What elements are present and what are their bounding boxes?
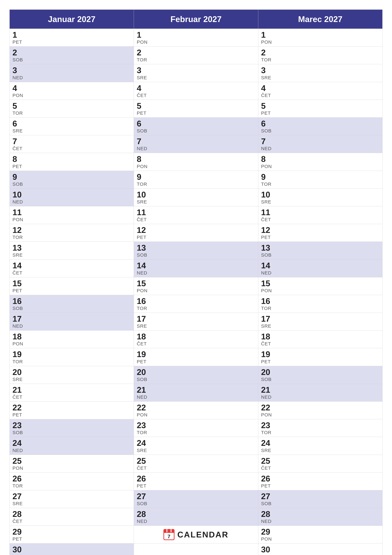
day-number-m1-r14: 15 xyxy=(137,279,255,288)
day-name-m2-r3: ČET xyxy=(261,93,379,98)
day-number-m0-r8: 9 xyxy=(13,172,131,182)
logo-area: 7 CALENDAR xyxy=(164,529,228,540)
day-name-m0-r2: NED xyxy=(13,75,131,80)
day-number-m1-r23: 24 xyxy=(137,438,255,448)
day-number-m2-r15: 16 xyxy=(261,297,379,306)
day-name-m0-r5: SRE xyxy=(13,128,131,133)
day-number-m1-r10: 11 xyxy=(137,208,255,217)
day-cell-m2-r8: 9TOR xyxy=(258,171,383,189)
day-number-m2-r21: 22 xyxy=(261,403,379,412)
day-number-m0-r20: 21 xyxy=(13,385,131,394)
day-number-m0-r11: 12 xyxy=(13,226,131,235)
day-number-m0-r13: 14 xyxy=(13,261,131,270)
day-cell-m0-r3: 4PON xyxy=(10,82,134,100)
day-name-m0-r23: NED xyxy=(13,448,131,453)
day-number-m2-r9: 10 xyxy=(261,190,379,199)
day-name-m2-r21: PON xyxy=(261,412,379,417)
day-name-m1-r14: PON xyxy=(137,288,255,293)
day-number-m2-r6: 7 xyxy=(261,137,379,146)
day-name-m2-r24: ČET xyxy=(261,466,379,471)
day-number-m1-r13: 14 xyxy=(137,261,255,270)
day-cell-m0-r9: 10NED xyxy=(10,189,134,206)
day-number-m1-r22: 23 xyxy=(137,421,255,430)
day-name-m0-r15: SOB xyxy=(13,306,131,311)
day-number-m2-r14: 15 xyxy=(261,279,379,288)
logo-text: CALENDAR xyxy=(177,530,228,539)
day-number-m1-r7: 8 xyxy=(137,154,255,164)
month-header-2: Marec 2027 xyxy=(258,10,383,29)
day-name-m2-r26: SOB xyxy=(261,501,379,506)
day-name-m0-r20: ČET xyxy=(13,394,131,400)
day-name-m0-r27: ČET xyxy=(13,518,131,524)
day-name-m1-r8: TOR xyxy=(137,182,255,187)
day-number-m2-r13: 14 xyxy=(261,261,379,270)
day-number-m0-r19: 20 xyxy=(13,368,131,377)
day-cell-m1-r3: 4ČET xyxy=(134,82,258,100)
day-number-m0-r4: 5 xyxy=(13,102,131,110)
day-cell-m0-r17: 18PON xyxy=(10,330,134,348)
day-cell-m0-r29: 30SOB xyxy=(10,543,134,555)
day-cell-m0-r25: 26TOR xyxy=(10,473,134,490)
day-cell-m2-r29: 30TOR xyxy=(258,543,383,555)
day-cell-m1-r17: 18ČET xyxy=(134,330,258,348)
day-cell-m2-r26: 27SOB xyxy=(258,490,383,508)
day-name-m2-r23: SRE xyxy=(261,448,379,453)
day-number-m0-r25: 26 xyxy=(13,474,131,483)
day-cell-m0-r18: 19TOR xyxy=(10,348,134,366)
day-name-m2-r9: SRE xyxy=(261,199,379,204)
day-number-m2-r11: 12 xyxy=(261,226,379,235)
day-name-m1-r25: PET xyxy=(137,483,255,489)
day-name-m0-r26: SRE xyxy=(13,501,131,506)
day-name-m0-r17: PON xyxy=(13,341,131,346)
day-cell-m1-r18: 19PET xyxy=(134,348,258,366)
calendar-grid: Januar 2027Februar 2027Marec 20271PET1PO… xyxy=(9,9,383,555)
day-cell-m0-r23: 24NED xyxy=(10,437,134,455)
day-name-m2-r10: ČET xyxy=(261,217,379,222)
day-name-m1-r21: PON xyxy=(137,412,255,417)
month-header-0: Januar 2027 xyxy=(10,10,134,29)
day-cell-m2-r10: 11ČET xyxy=(258,206,383,224)
day-name-m0-r16: NED xyxy=(13,323,131,329)
day-cell-m2-r24: 25ČET xyxy=(258,455,383,473)
day-name-m0-r13: ČET xyxy=(13,270,131,276)
day-name-m2-r29: TOR xyxy=(261,554,379,555)
day-name-m2-r27: NED xyxy=(261,518,379,524)
day-cell-m2-r27: 28NED xyxy=(258,508,383,526)
day-cell-m0-r1: 2SOB xyxy=(10,46,134,64)
day-name-m0-r25: TOR xyxy=(13,483,131,489)
day-cell-m2-r12: 13SOB xyxy=(258,242,383,259)
day-cell-m1-r25: 26PET xyxy=(134,473,258,490)
day-cell-m1-r6: 7NED xyxy=(134,135,258,153)
day-name-m0-r8: SOB xyxy=(13,182,131,187)
day-cell-m0-r14: 15PET xyxy=(10,277,134,295)
day-number-m1-r9: 10 xyxy=(137,190,255,199)
day-number-m1-r2: 3 xyxy=(137,66,255,75)
day-number-m0-r2: 3 xyxy=(13,66,131,75)
day-cell-m2-r13: 14NED xyxy=(258,259,383,277)
day-cell-m2-r16: 17SRE xyxy=(258,313,383,330)
day-number-m1-r26: 27 xyxy=(137,492,255,501)
day-name-m2-r8: TOR xyxy=(261,182,379,187)
day-cell-m2-r20: 21NED xyxy=(258,384,383,402)
day-number-m0-r6: 7 xyxy=(13,137,131,146)
day-number-m0-r9: 10 xyxy=(13,190,131,199)
day-name-m1-r9: SRE xyxy=(137,199,255,204)
day-name-m1-r3: ČET xyxy=(137,93,255,98)
day-cell-m1-r0: 1PON xyxy=(134,29,258,46)
day-cell-m0-r15: 16SOB xyxy=(10,295,134,313)
day-cell-m1-r2: 3SRE xyxy=(134,64,258,82)
day-cell-m2-r5: 6SOB xyxy=(258,117,383,135)
day-number-m1-r1: 2 xyxy=(137,48,255,57)
day-number-m2-r26: 27 xyxy=(261,492,379,501)
day-name-m2-r15: TOR xyxy=(261,306,379,311)
day-cell-m1-r16: 17SRE xyxy=(134,313,258,330)
day-cell-m1-r15: 16TOR xyxy=(134,295,258,313)
day-cell-m1-r21: 22PON xyxy=(134,402,258,419)
day-number-m0-r14: 15 xyxy=(13,279,131,288)
day-number-m1-r6: 7 xyxy=(137,137,255,146)
day-cell-m1-r24: 25ČET xyxy=(134,455,258,473)
day-number-m2-r24: 25 xyxy=(261,456,379,466)
month-header-1: Februar 2027 xyxy=(134,10,258,29)
day-name-m1-r2: SRE xyxy=(137,75,255,80)
day-number-m2-r4: 5 xyxy=(261,102,379,110)
